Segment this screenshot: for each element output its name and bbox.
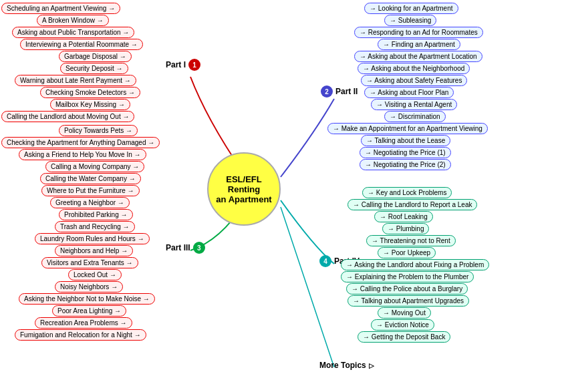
list-item[interactable]: Poor Area Lighting → [52,305,126,317]
list-item[interactable]: → Talking about the Lease [361,135,450,146]
list-item[interactable]: Noisy Neighbors → [55,281,123,292]
list-item[interactable]: → Calling the Landlord to Report a Leak [347,199,477,210]
list-item[interactable]: Asking a Friend to Help You Move In → [19,149,146,160]
list-item[interactable]: → Calling the Police about a Burglary [346,283,468,295]
list-item[interactable]: Greeting a Neighbor → [50,197,130,208]
list-item[interactable]: → Make an Appointment for an Apartment V… [327,123,488,134]
list-item[interactable]: → Negotiating the Price (2) [360,159,451,170]
part1-label: Part I 1 [166,59,200,71]
list-item[interactable]: Neighbors and Help → [55,245,133,256]
more-topics-label: More Topics ▷ [319,361,374,370]
list-item[interactable]: → Finding an Apartment [378,39,460,50]
list-item[interactable]: → Asking about Floor Plan [364,87,454,98]
list-item[interactable]: Calling the Landlord about Moving Out → [1,111,134,122]
list-item[interactable]: → Getting the Deposit Back [358,331,450,343]
list-item[interactable]: → Poor Upkeep [378,247,436,258]
list-item[interactable]: Security Deposit → [60,63,128,74]
list-item[interactable]: Interviewing a Potential Roommate → [20,39,143,50]
list-item[interactable]: Fumigation and Relocation for a Night → [15,329,146,341]
list-item[interactable]: → Key and Lock Problems [362,187,452,198]
list-item[interactable]: → Negotiating the Price (1) [360,147,451,158]
list-item[interactable]: → Discrimination [384,111,446,122]
center-line3: an Apartment [216,194,271,204]
list-item[interactable]: → Eviction Notice [371,319,434,331]
part2-label: 2 Part II [321,85,358,97]
list-item[interactable]: → Moving Out [378,307,431,319]
list-item[interactable]: → Threatening not to Rent [366,235,456,246]
list-item[interactable]: Calling a Moving Company → [45,161,144,172]
list-item[interactable]: A Broken Window → [37,15,109,26]
list-item[interactable]: Checking Smoke Detectors → [40,87,140,98]
list-item[interactable]: → Explaining the Problem to the Plumber [341,271,474,282]
list-item[interactable]: Where to Put the Furniture → [41,185,140,196]
list-item[interactable]: Asking the Neighbor Not to Make Noise → [19,293,155,305]
list-item[interactable]: Laundry Room Rules and Hours → [35,233,150,244]
list-item[interactable]: Visitors and Extra Tenants → [41,257,138,268]
list-item[interactable]: Mailbox Key Missing → [50,99,130,110]
list-item[interactable]: → Subleasing [384,15,436,26]
list-item[interactable]: → Responding to an Ad for Roommates [354,27,483,38]
list-item[interactable]: → Asking about Safety Features [361,75,467,86]
center-node: ESL/EFL Renting an Apartment [207,152,281,226]
list-item[interactable]: → Asking about the Apartment Location [354,51,482,62]
list-item[interactable]: Warning about Late Rent Payment → [15,75,136,86]
list-item[interactable]: → Looking for an Apartment [364,3,458,14]
list-item[interactable]: Prohibited Parking → [59,209,133,220]
center-line2: Renting [228,184,260,194]
list-item[interactable]: → Roof Leaking [374,211,433,222]
center-line1: ESL/EFL [226,174,261,184]
list-item[interactable]: → Visiting a Rental Agent [371,99,457,110]
list-item[interactable]: Calling the Water Company → [40,173,141,184]
list-item[interactable]: → Talking about Apartment Upgrades [347,295,469,307]
list-item[interactable]: Scheduling an Apartment Viewing → [1,3,120,14]
list-item[interactable]: → Plumbing [382,223,429,234]
list-item[interactable]: Garbage Disposal → [59,51,132,62]
list-item[interactable]: Trash and Recycling → [55,221,135,232]
list-item[interactable]: Checking the Apartment for Anything Dama… [1,137,160,148]
list-item[interactable]: Asking about Public Transportation → [12,27,134,38]
part3-label: Part III 3 [166,242,205,254]
list-item[interactable]: → Asking about the Neighborhood [358,63,470,74]
list-item[interactable]: Locked Out → [68,269,122,280]
list-item[interactable]: Recreation Area Problems → [35,317,132,329]
list-item[interactable]: Policy Towards Pets → [59,125,138,136]
list-item[interactable]: → Asking the Landlord about Fixing a Pro… [341,259,489,270]
